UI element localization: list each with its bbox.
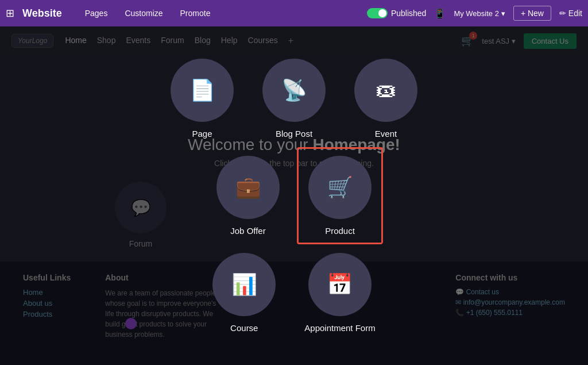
page-type-label-joboffer: Job Offer [230, 226, 265, 236]
page-type-circle-joboffer: 💼 [216, 156, 280, 219]
course-icon: 📊 [231, 272, 257, 297]
nav-promote[interactable]: Promote [175, 6, 216, 20]
chevron-down-icon: ▾ [501, 9, 505, 18]
brand-label: Website [22, 7, 62, 20]
page-type-joboffer[interactable]: 💼 Job Offer [216, 156, 280, 236]
page-type-label-page: Page [192, 129, 212, 139]
page-type-circle-course: 📊 [212, 253, 276, 316]
page-type-row-2: 💼 Job Offer 🛒 Product [216, 156, 372, 236]
nav-right-controls: Published 📱 My Website 2 ▾ + New ✏ Edit [367, 6, 582, 21]
page-type-circle-page: 📄 [171, 59, 234, 122]
page-type-appointment[interactable]: 📅 Appointment Form [304, 253, 375, 333]
page-type-page[interactable]: 📄 Page [171, 59, 234, 139]
new-button[interactable]: + New [513, 6, 551, 21]
main-area: YourLogo Home Shop Events Forum Blog Hel… [0, 26, 588, 365]
blogpost-icon: 📡 [281, 78, 307, 102]
product-icon: 🛒 [327, 175, 353, 199]
grid-icon[interactable]: ⊞ [6, 7, 14, 20]
published-label: Published [391, 9, 427, 18]
event-icon: 🎟 [376, 78, 396, 102]
modal-overlay: 📄 Page 📡 Blog Post 🎟 Event [0, 26, 588, 365]
nav-customize[interactable]: Customize [119, 6, 168, 20]
nav-pages[interactable]: Pages [79, 6, 114, 20]
page-type-circle-product: 🛒 [308, 156, 372, 219]
publish-toggle-container: Published [367, 8, 427, 18]
page-icon: 📄 [189, 78, 215, 102]
edit-button[interactable]: ✏ Edit [559, 9, 582, 18]
page-type-course[interactable]: 📊 Course [212, 253, 276, 333]
page-type-label-blogpost: Blog Post [276, 129, 312, 139]
page-type-row-3: 📊 Course 📅 Appointment Form [212, 253, 375, 333]
page-type-row-1: 📄 Page 📡 Blog Post 🎟 Event [171, 59, 417, 139]
page-type-label-course: Course [230, 323, 258, 333]
page-type-blogpost[interactable]: 📡 Blog Post [262, 59, 326, 139]
publish-toggle[interactable] [367, 8, 388, 18]
page-type-label-event: Event [375, 129, 397, 139]
mobile-preview-icon[interactable]: 📱 [434, 8, 446, 19]
page-type-label-appointment: Appointment Form [304, 323, 375, 333]
page-type-product[interactable]: 🛒 Product [308, 156, 372, 236]
page-type-circle-appointment: 📅 [308, 253, 372, 316]
page-type-event[interactable]: 🎟 Event [354, 59, 417, 139]
joboffer-icon: 💼 [235, 175, 261, 199]
page-type-circle-blogpost: 📡 [262, 59, 326, 122]
page-type-label-product: Product [325, 226, 355, 236]
page-type-container: 📄 Page 📡 Blog Post 🎟 Event [0, 26, 588, 365]
appointment-icon: 📅 [327, 272, 353, 297]
top-navbar: ⊞ Website Pages Customize Promote Publis… [0, 0, 588, 26]
website-selector[interactable]: My Website 2 ▾ [454, 9, 505, 18]
page-type-circle-event: 🎟 [354, 59, 417, 122]
